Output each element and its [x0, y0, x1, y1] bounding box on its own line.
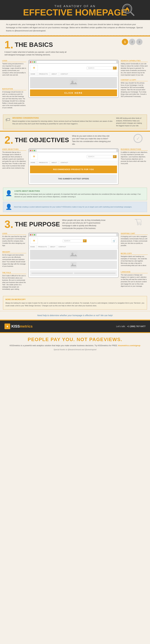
nav-contact-3: CONTACT: [57, 245, 68, 248]
fold-label: THE FOLD Don't make it difficult for the…: [2, 272, 26, 290]
footer-help: Need help to determine whether your home…: [0, 311, 150, 320]
text-line-2: [74, 272, 116, 274]
browser-nav-3: HOME PRODUCTS ABOUT CONTACT: [29, 245, 118, 248]
browser-header-2: ☀ SEARCH 🔍: [29, 152, 118, 161]
note-content: A NOTE ABOUT OBJECTIVES When designing y…: [14, 190, 144, 198]
browser-bar-3: [29, 233, 118, 236]
cta-tagline: PEOPLE PAY YOU. NOT PAGEVIEWS.: [6, 337, 144, 342]
cta-link[interactable]: kissmetrics.com/signup: [118, 344, 140, 346]
cta-desc-text: KISSmetrics is a powerful web analytics …: [10, 344, 118, 346]
section2-right: BUSINESS OBJECTIVES In addition to cater…: [121, 148, 148, 168]
s3-logo-label: LOGO It's often the case that the logo i…: [2, 233, 26, 247]
section2-desc: What do you want visitors to do when the…: [72, 135, 111, 146]
cta-thanks: Special thanks to @keanrichmond and @one…: [6, 348, 144, 351]
svg-marker-6: [127, 7, 128, 8]
browser-cta-button[interactable]: CLICK HERE: [30, 90, 117, 96]
section2-header: 2. THE OBJECTIVES What do you want visit…: [0, 132, 150, 147]
navigation-title: NAVIGATION: [2, 88, 26, 90]
kiss-logo: ♦ KISSmetrics: [4, 324, 32, 329]
svg-point-10: [137, 224, 138, 225]
biz-obj-text: In addition to catering to user objectiv…: [121, 151, 148, 165]
svg-line-2: [130, 12, 134, 15]
browser-dot-red: [30, 62, 31, 62]
microcopy-box-text: Always be looking for ways to make it ea…: [6, 302, 144, 307]
text-line-1: [32, 272, 73, 274]
section3-header: 3. THE PURPOSE When people visit your si…: [0, 216, 150, 231]
shopping-text: A shopping cart in your site's navigatio…: [121, 236, 148, 247]
imagery-text: Do the images and stock photos used on y…: [2, 254, 26, 267]
logo-text: Tasteful sizing and placement is very im…: [2, 62, 26, 76]
note-icon: 👤: [6, 190, 12, 198]
shopping-title: SHOPPING CART: [121, 233, 148, 235]
svg-rect-7: [70, 79, 77, 86]
search-cap-title: SEARCH CAPABILITIES: [121, 60, 148, 62]
nav-about-2: ABOUT: [50, 161, 59, 164]
browser-nav-home: HOME: [29, 72, 37, 76]
section-basics: 1. THE BASICS 1 2 3 It doesn't matter wh…: [0, 36, 150, 129]
user-obj-title: USER OBJECTIVES: [2, 148, 26, 150]
nav-contact-2: CONTACT: [59, 161, 70, 164]
section3-right: SHOPPING CART A shopping cart in your si…: [121, 233, 148, 290]
browser-hero-image: [30, 77, 117, 88]
page-header: The Anatomy of An Effective Homepage: [0, 0, 150, 20]
dot-y3: [32, 234, 33, 236]
section-objectives: 2. THE OBJECTIVES What do you want visit…: [0, 132, 150, 212]
kiss-logo-icon: ♦: [4, 324, 10, 329]
section1-left: LOGO Tasteful sizing and placement is ve…: [2, 60, 26, 112]
section2-browser: ☀ SEARCH 🔍 HOME PRODUCTS ABOUT CONTACT R…: [28, 148, 118, 185]
step-1: 1: [122, 39, 128, 45]
browser-search-2: SEARCH 🔍: [87, 155, 117, 158]
kiss-phone-area: Let's talk: +1 (888) 767-5477: [116, 325, 146, 328]
search-btn-3: 🔍: [83, 240, 86, 242]
browser-nav-about: ABOUT: [50, 72, 59, 76]
user-obj-label: USER OBJECTIVES The elements that go int…: [2, 148, 26, 169]
browser-text-row: [30, 270, 117, 276]
cta-footer: PEOPLE PAY YOU. NOT PAGEVIEWS. KISSmetri…: [0, 332, 150, 354]
search-text-2: SEARCH: [87, 155, 113, 158]
section3-left: LOGO It's often the case that the logo i…: [2, 233, 26, 293]
dot-g2: [34, 150, 35, 151]
microcopy-label: MICRO-COPY Navigation labels and heading…: [121, 253, 148, 266]
step-2: 2: [129, 39, 135, 45]
section1-intro: It doesn't matter what kind of website y…: [0, 51, 75, 58]
intro-text: As a general rule, your homepage is the …: [6, 23, 144, 32]
dot-y2: [32, 150, 33, 151]
help-text: Need help creating a custom-tailored exp…: [14, 206, 132, 208]
step-3: 3: [136, 39, 142, 45]
nav-home-3: HOME: [29, 245, 36, 248]
url-bar-2: [36, 150, 116, 152]
dot-r2: [30, 150, 31, 151]
svg-rect-5: [126, 10, 128, 12]
svg-rect-15: [70, 262, 76, 268]
browser-header: ☀ SEARCH 🔍: [29, 64, 118, 72]
browser-search-text: SEARCH: [87, 67, 113, 70]
browser-mockup-3: ☀ SEARCH 🔍 🛒 HOME PRODUCTS ABOUT CONTACT: [28, 233, 118, 278]
magnifier-icon: [122, 3, 135, 17]
branding-left-text: Brand recognition is less important for …: [12, 120, 114, 125]
note-text: When designing your homepage (and your w…: [14, 193, 144, 198]
content-copy-title: CONTENT & COPY: [121, 79, 148, 81]
svg-rect-12: [70, 251, 77, 258]
content-copy-label: CONTENT & COPY While copy shouldn't be t…: [121, 79, 148, 98]
browser-bar-2: [29, 149, 118, 152]
branding-bar: 🏷 BRANDING CONSIDERATIONS Brand recognit…: [3, 114, 147, 129]
browser-nav: HOME PRODUCTS ABOUT CONTACT: [29, 72, 118, 76]
branding-content: BRANDING CONSIDERATIONS Brand recognitio…: [12, 117, 114, 125]
metrics-text: metrics: [20, 324, 32, 328]
section2-content: USER OBJECTIVES The elements that go int…: [0, 147, 150, 186]
section1-right: SEARCH CAPABILITIES Adding search functi…: [121, 60, 148, 100]
microcopy-box-title: MORE ON MICROCOPY: [6, 298, 144, 300]
fold-text: Don't make it difficult for the user to …: [2, 274, 26, 290]
footer-help-text: Need help to determine whether your home…: [3, 314, 147, 316]
search-label: SEARCH CAPABILITIES Adding search functi…: [121, 60, 148, 76]
browser-header-3: ☀ SEARCH 🔍 🛒: [29, 236, 118, 245]
logo-label: LOGO Tasteful sizing and placement is ve…: [2, 60, 26, 76]
dot-r3: [30, 234, 31, 236]
kiss-text: KISS: [12, 324, 20, 328]
browser-logo: ☀: [30, 65, 38, 71]
nav-home-2: HOME: [29, 161, 37, 164]
dot-g3: [34, 234, 35, 236]
note-title: A NOTE ABOUT OBJECTIVES: [14, 190, 144, 192]
browser-search-btn: 🔍: [113, 67, 116, 70]
section2-left: USER OBJECTIVES The elements that go int…: [2, 148, 26, 172]
